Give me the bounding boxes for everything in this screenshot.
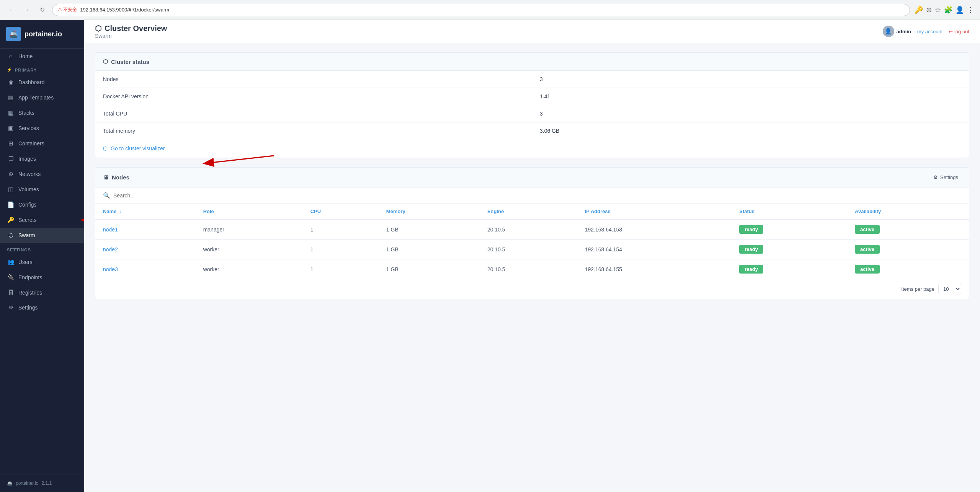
node3-availability-badge: active <box>855 265 880 274</box>
sidebar-item-configs[interactable]: 📄 Configs <box>0 197 84 212</box>
sidebar-item-registries[interactable]: 🗄 Registries <box>0 285 84 300</box>
page-title: ⬡ Cluster Overview <box>95 24 167 33</box>
page-header: ⬡ Cluster Overview Swarm 👤 admin my acco… <box>84 20 980 43</box>
sidebar-item-images[interactable]: ❐ Images <box>0 151 84 166</box>
sidebar-item-endpoints-label: Endpoints <box>18 274 42 280</box>
sidebar-item-volumes-label: Volumes <box>18 186 39 192</box>
page-header-right: 👤 admin my account ↩ log out <box>883 26 969 37</box>
sidebar-item-services[interactable]: ▣ Services <box>0 121 84 136</box>
node1-status-badge: ready <box>739 225 763 234</box>
col-name[interactable]: Name ↕ <box>95 204 196 219</box>
user-avatar: 👤 <box>883 26 894 37</box>
sidebar-item-containers-label: Containers <box>18 140 44 147</box>
home-icon: ⌂ <box>7 53 15 59</box>
node1-availability-badge: active <box>855 225 880 234</box>
sidebar-item-containers[interactable]: ⊞ Containers <box>0 136 84 151</box>
sidebar-item-dashboard-label: Dashboard <box>18 79 45 85</box>
log-out-link[interactable]: ↩ log out <box>949 29 969 34</box>
app-templates-icon: ▤ <box>7 94 15 101</box>
sidebar-item-dashboard[interactable]: ◉ Dashboard <box>0 75 84 90</box>
page-header-left: ⬡ Cluster Overview Swarm <box>95 24 167 39</box>
sidebar-item-home-label: Home <box>18 53 33 59</box>
docker-api-label: Docker API version <box>95 88 532 105</box>
sidebar-item-secrets[interactable]: 🔑 Secrets <box>0 212 84 228</box>
node3-memory: 1 GB <box>379 259 480 279</box>
sidebar-item-networks[interactable]: ⊕ Networks <box>0 166 84 182</box>
node1-link[interactable]: node1 <box>103 226 118 233</box>
containers-icon: ⊞ <box>7 140 15 147</box>
security-warning: ⚠ 不安全 <box>58 7 77 13</box>
sidebar-item-home[interactable]: ⌂ Home <box>0 49 84 64</box>
node3-availability: active <box>847 259 969 279</box>
nodes-search-input[interactable] <box>113 192 961 199</box>
url-bar[interactable]: ⚠ 不安全 192.168.64.153:9000/#!/1/docker/sw… <box>52 4 910 16</box>
sidebar-item-images-label: Images <box>18 156 36 162</box>
col-engine: Engine <box>480 204 577 219</box>
sidebar-item-secrets-label: Secrets <box>18 217 36 223</box>
forward-button[interactable]: → <box>21 5 32 15</box>
cluster-status-table: Nodes 3 Docker API version 1.41 Total CP… <box>95 71 969 139</box>
nodes-table-body: node1 manager 1 1 GB 20.10.5 192.168.64.… <box>95 219 969 279</box>
col-memory: Memory <box>379 204 480 219</box>
sidebar-item-settings[interactable]: ⚙ Settings <box>0 300 84 315</box>
nodes-table: Name ↕ Role CPU <box>95 204 969 279</box>
col-cpu: CPU <box>303 204 379 219</box>
sidebar-item-stacks[interactable]: ▦ Stacks <box>0 105 84 121</box>
sidebar-primary-section: ⚡ PRIMARY <box>0 64 84 75</box>
node2-link[interactable]: node2 <box>103 246 118 253</box>
my-account-link[interactable]: my account <box>917 29 942 34</box>
sidebar-item-volumes[interactable]: ◫ Volumes <box>0 182 84 197</box>
node3-cpu: 1 <box>303 259 379 279</box>
table-row: Total CPU 3 <box>95 105 969 122</box>
cluster-status-icon: ⬡ <box>103 58 108 65</box>
node2-cpu: 1 <box>303 239 379 259</box>
cluster-icon: ⬡ <box>95 24 101 33</box>
lightning-icon: ⚡ <box>7 67 13 72</box>
node1-engine: 20.10.5 <box>480 219 577 239</box>
sidebar-item-app-templates-label: App Templates <box>18 94 54 101</box>
sidebar-item-users[interactable]: 👥 Users <box>0 254 84 270</box>
node1-memory: 1 GB <box>379 219 480 239</box>
sidebar-item-networks-label: Networks <box>18 171 41 177</box>
col-role: Role <box>196 204 303 219</box>
secrets-arrow <box>77 212 84 228</box>
extension-icon: 🧩 <box>944 6 952 14</box>
nodes-title: 🖥 Nodes <box>103 174 129 181</box>
back-button[interactable]: ← <box>6 5 17 15</box>
translate-icon: ⊕ <box>926 6 932 14</box>
networks-icon: ⊕ <box>7 171 15 178</box>
node3-role: worker <box>196 259 303 279</box>
nodes-value: 3 <box>532 71 969 88</box>
table-row: node3 worker 1 1 GB 20.10.5 192.168.64.1… <box>95 259 969 279</box>
nodes-table-container: Name ↕ Role CPU <box>95 204 969 279</box>
node3-status: ready <box>732 259 847 279</box>
node1-availability: active <box>847 219 969 239</box>
sidebar-version: 2.1.1 <box>41 481 52 486</box>
registries-icon: 🗄 <box>7 289 15 296</box>
reload-button[interactable]: ↻ <box>37 5 47 15</box>
sidebar-item-endpoints[interactable]: 🔌 Endpoints <box>0 270 84 285</box>
nodes-icon: 🖥 <box>103 174 109 181</box>
node1-role: manager <box>196 219 303 239</box>
node2-availability-badge: active <box>855 245 880 254</box>
cluster-status-card: ⬡ Cluster status Nodes 3 Docker API vers… <box>95 52 969 158</box>
sidebar-item-stacks-label: Stacks <box>18 110 34 116</box>
items-per-page-select[interactable]: 10 25 50 100 <box>938 284 961 294</box>
sidebar-item-swarm-label: Swarm <box>18 232 35 238</box>
browser-icons: 🔑 ⊕ ☆ 🧩 👤 ⋮ <box>915 6 974 14</box>
node3-link[interactable]: node3 <box>103 266 118 272</box>
key-icon: 🔑 <box>915 6 923 14</box>
portainer-logo-icon: 🚢 <box>6 27 21 41</box>
sidebar: 🚢 portainer.io ⌂ Home ⚡ PRIMARY ◉ Dashbo… <box>0 20 84 492</box>
secrets-icon: 🔑 <box>7 217 15 223</box>
node2-role: worker <box>196 239 303 259</box>
sidebar-footer: 🚢 portainer.io 2.1.1 <box>0 474 84 492</box>
users-icon: 👥 <box>7 259 15 266</box>
node1-cpu: 1 <box>303 219 379 239</box>
sidebar-item-app-templates[interactable]: ▤ App Templates <box>0 90 84 105</box>
sidebar-item-swarm[interactable]: ⬡ Swarm <box>0 228 84 243</box>
nodes-settings-button[interactable]: ⚙ Settings <box>930 173 961 182</box>
cluster-visualizer-link[interactable]: ⬡ Go to cluster visualizer <box>95 139 969 158</box>
sidebar-item-services-label: Services <box>18 125 39 131</box>
url-text: 192.168.64.153:9000/#!/1/docker/swarm <box>80 7 169 13</box>
